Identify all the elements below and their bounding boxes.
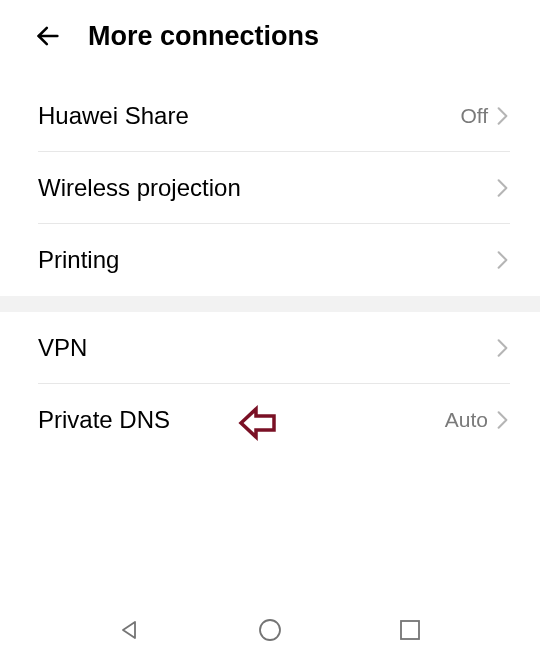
square-recent-icon (399, 619, 421, 641)
section-2: VPN Private DNS Auto (0, 312, 540, 456)
nav-back-button[interactable] (114, 614, 146, 646)
chevron-right-icon (494, 108, 510, 124)
chevron-right-icon (494, 412, 510, 428)
svg-rect-4 (401, 621, 419, 639)
triangle-back-icon (118, 618, 142, 642)
item-label: Huawei Share (38, 102, 189, 130)
item-label: VPN (38, 334, 87, 362)
item-label: Wireless projection (38, 174, 241, 202)
chevron-right-icon (494, 252, 510, 268)
page-title: More connections (88, 21, 319, 52)
back-button[interactable] (32, 20, 64, 52)
item-right: Auto (445, 408, 510, 432)
item-value: Off (460, 104, 488, 128)
back-arrow-icon (34, 22, 62, 50)
chevron-right-icon (494, 180, 510, 196)
svg-marker-2 (123, 622, 135, 638)
section-1: Huawei Share Off Wireless projection Pri… (0, 80, 540, 296)
item-right (494, 252, 510, 268)
chevron-right-icon (494, 340, 510, 356)
item-right: Off (460, 104, 510, 128)
item-right (494, 180, 510, 196)
item-label: Private DNS (38, 406, 170, 434)
item-right (494, 340, 510, 356)
svg-point-3 (260, 620, 280, 640)
header: More connections (0, 0, 540, 80)
nav-home-button[interactable] (254, 614, 286, 646)
nav-recent-button[interactable] (394, 614, 426, 646)
item-huawei-share[interactable]: Huawei Share Off (0, 80, 540, 152)
item-wireless-projection[interactable]: Wireless projection (0, 152, 540, 224)
item-vpn[interactable]: VPN (0, 312, 540, 384)
section-divider (0, 296, 540, 312)
item-label: Printing (38, 246, 119, 274)
item-value: Auto (445, 408, 488, 432)
circle-home-icon (257, 617, 283, 643)
item-printing[interactable]: Printing (0, 224, 540, 296)
navigation-bar (0, 600, 540, 660)
item-private-dns[interactable]: Private DNS Auto (0, 384, 540, 456)
